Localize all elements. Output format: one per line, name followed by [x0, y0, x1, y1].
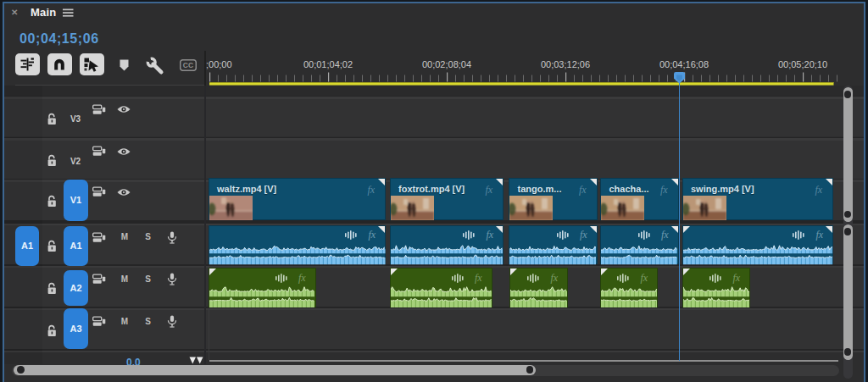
- svg-text:CC: CC: [183, 61, 193, 69]
